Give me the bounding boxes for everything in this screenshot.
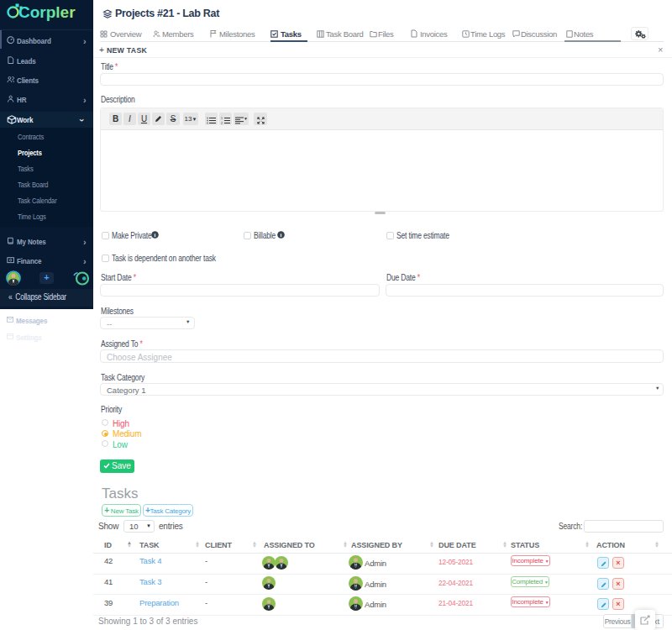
svg-text:2: 2 (221, 122, 223, 124)
svg-text:Corpler: Corpler (18, 3, 76, 21)
svg-text:i: i (281, 232, 282, 238)
svg-text:1: 1 (221, 117, 223, 120)
svg-text:i: i (155, 232, 156, 238)
